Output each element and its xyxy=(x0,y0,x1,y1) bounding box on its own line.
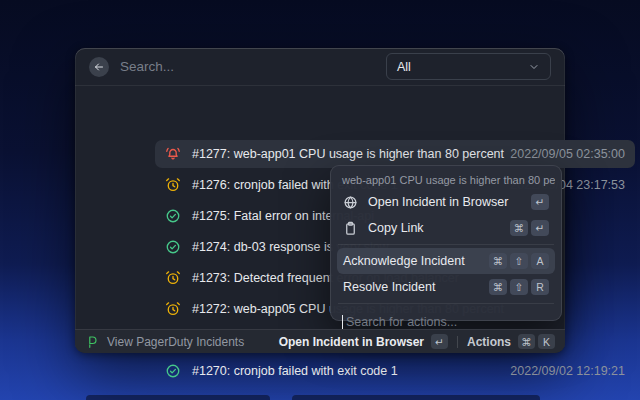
back-button[interactable] xyxy=(89,57,109,77)
text-cursor xyxy=(342,315,343,329)
footer-app-name: View PagerDuty Incidents xyxy=(107,335,244,349)
key-badge: ⌘ xyxy=(489,253,507,269)
key-badge: K xyxy=(538,334,555,349)
footer-bar: View PagerDuty Incidents Open Incident i… xyxy=(75,329,565,353)
divider xyxy=(457,336,458,348)
shortcut-keys: ⌘⇧A xyxy=(489,253,549,269)
footer-primary-keys: ↵ xyxy=(431,334,448,349)
pagerduty-icon xyxy=(85,335,99,349)
clipboard-icon xyxy=(343,221,358,236)
key-badge: ↵ xyxy=(431,334,448,349)
shortcut-keys: ↵ xyxy=(431,334,448,349)
key-badge: ⇧ xyxy=(510,279,528,295)
key-badge: ↵ xyxy=(531,194,549,210)
key-badge: A xyxy=(531,253,549,269)
background-window-edge xyxy=(86,395,270,400)
action-menu-item[interactable]: Copy Link⌘↵ xyxy=(337,215,555,241)
globe-icon xyxy=(343,195,358,210)
incident-row[interactable]: #1270: cronjob failed with exit code 120… xyxy=(155,357,635,385)
check-circle-icon xyxy=(165,239,181,255)
action-label: Acknowledge Incident xyxy=(343,254,465,268)
check-circle-icon xyxy=(165,363,181,379)
divider xyxy=(338,303,554,304)
incident-timestamp: 2022/09/05 02:35:00 xyxy=(510,147,625,161)
search-header: Search... All xyxy=(75,48,565,86)
bell-alert-icon xyxy=(165,146,181,162)
check-circle-icon xyxy=(165,208,181,224)
shortcut-keys: ⌘⇧R xyxy=(489,279,549,295)
key-badge: ⇧ xyxy=(510,253,528,269)
incident-title: #1270: cronjob failed with exit code 1 xyxy=(192,364,398,378)
footer-right: Open Incident in Browser ↵ Actions ⌘K xyxy=(279,334,555,349)
action-menu-item[interactable]: Resolve Incident⌘⇧R xyxy=(337,274,555,300)
footer-actions-keys: ⌘K xyxy=(518,334,555,349)
action-search-placeholder: Search for actions... xyxy=(346,315,457,329)
filter-dropdown-value: All xyxy=(397,60,411,74)
alarm-clock-icon xyxy=(165,270,181,286)
footer-primary-action[interactable]: Open Incident in Browser xyxy=(279,335,424,349)
action-label: Open Incident in Browser xyxy=(368,195,508,209)
action-label: Copy Link xyxy=(368,221,424,235)
action-menu-item[interactable]: Open Incident in Browser↵ xyxy=(337,189,555,215)
arrow-left-icon xyxy=(93,61,105,73)
shortcut-keys: ↵ xyxy=(531,194,549,210)
key-badge: ⌘ xyxy=(518,334,535,349)
action-search-input[interactable]: Search for actions... xyxy=(337,307,555,329)
incident-row[interactable]: #1277: web-app01 CPU usage is higher tha… xyxy=(155,140,635,168)
background-window-edge xyxy=(292,395,540,400)
alarm-clock-icon xyxy=(165,177,181,193)
actions-button[interactable]: Actions xyxy=(467,335,511,349)
key-badge: ↵ xyxy=(531,220,549,236)
search-input[interactable]: Search... xyxy=(120,59,174,74)
action-menu-context-title: web-app01 CPU usage is higher than 80 pe… xyxy=(337,170,555,189)
shortcut-keys: ⌘↵ xyxy=(510,220,549,236)
key-badge: ⌘ xyxy=(510,220,528,236)
key-badge: R xyxy=(531,279,549,295)
chevron-down-icon xyxy=(528,61,540,73)
incident-title: #1277: web-app01 CPU usage is higher tha… xyxy=(192,147,504,161)
action-menu-items: Open Incident in Browser↵Copy Link⌘↵Ackn… xyxy=(337,189,555,300)
alarm-clock-icon xyxy=(165,301,181,317)
incident-timestamp: 2022/09/02 12:19:21 xyxy=(510,364,625,378)
divider xyxy=(338,244,554,245)
filter-dropdown[interactable]: All xyxy=(386,53,551,80)
key-badge: ⌘ xyxy=(489,279,507,295)
action-label: Resolve Incident xyxy=(343,280,435,294)
shortcut-keys: ⌘K xyxy=(518,334,555,349)
action-menu-item[interactable]: Acknowledge Incident⌘⇧A xyxy=(337,248,555,274)
action-menu-popup: web-app01 CPU usage is higher than 80 pe… xyxy=(330,165,562,321)
